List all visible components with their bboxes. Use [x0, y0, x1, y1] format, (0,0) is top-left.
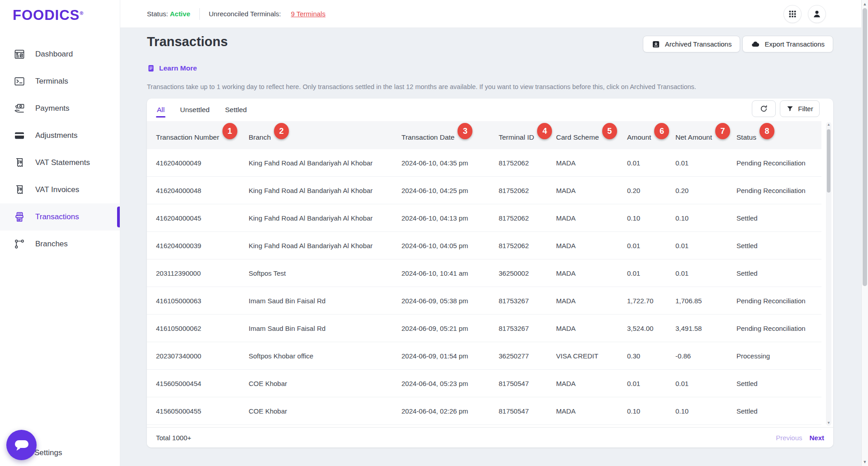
table-row[interactable]: 203112390000Softpos Test2024-06-10, 10:4…: [147, 259, 821, 287]
cell-card-scheme: MADA: [556, 242, 627, 249]
column-header-card-scheme: Card Scheme5: [556, 121, 627, 149]
table-row[interactable]: 416204000048King Fahd Road Al Bandariyah…: [147, 177, 821, 204]
tab-settled[interactable]: Settled: [224, 99, 248, 121]
topbar-divider: [199, 8, 200, 20]
table-row[interactable]: 416105000063Imam Saud Bin Faisal Rd2024-…: [147, 287, 821, 315]
scroll-up-icon[interactable]: ▲: [862, 0, 868, 8]
chat-widget-button[interactable]: [6, 430, 37, 460]
tab-unsettled[interactable]: Unsettled: [179, 99, 210, 121]
table-row[interactable]: 415605000455COE Khobar2024-06-04, 02:26 …: [147, 397, 821, 425]
table-scrollbar-thumb[interactable]: [827, 129, 830, 193]
person-icon: [812, 9, 822, 19]
column-badge-8: 8: [760, 123, 774, 139]
export-transactions-button[interactable]: Export Transactions: [742, 36, 833, 52]
sidebar-item-transactions[interactable]: Transactions: [0, 203, 120, 231]
cell-card-scheme: MADA: [556, 297, 627, 305]
cell-amount: 0.20: [627, 187, 675, 194]
cell-status: Settled: [736, 242, 818, 249]
column-label: Branch: [249, 133, 271, 141]
column-label: Amount: [627, 133, 651, 141]
column-badge-6: 6: [654, 123, 669, 139]
cell-net-amount: 0.01: [675, 242, 736, 249]
column-header-branch: Branch2: [249, 121, 401, 149]
cell-transaction-number: 416105000062: [156, 325, 249, 332]
column-header-net-amount: Net Amount7: [675, 121, 736, 149]
cell-amount: 0.01: [627, 269, 675, 277]
scroll-down-icon[interactable]: ▼: [862, 458, 868, 466]
cell-net-amount: 3,491.58: [675, 325, 736, 332]
cell-amount: 0.01: [627, 159, 675, 167]
page-scrollbar[interactable]: ▲ ▼: [861, 0, 868, 466]
unreconciled-terminals-link[interactable]: 9 Terminals: [291, 10, 326, 18]
archived-transactions-button[interactable]: Archived Transactions: [643, 36, 741, 52]
transactions-card: AllUnsettledSettled Filter Transaction N…: [147, 99, 833, 447]
table-row[interactable]: 415605000454COE Khobar2024-06-04, 05:23 …: [147, 370, 821, 397]
refresh-button[interactable]: [752, 100, 776, 117]
sidebar-item-dashboard[interactable]: Dashboard: [0, 41, 120, 68]
apps-grid-button[interactable]: [783, 5, 802, 23]
cell-amount: 3,524.00: [627, 325, 675, 332]
column-header-terminal-id: Terminal ID4: [499, 121, 556, 149]
next-page-link[interactable]: Next: [809, 434, 824, 442]
cell-amount: 0.30: [627, 352, 675, 360]
user-profile-button[interactable]: [808, 5, 826, 23]
cell-status: Settled: [736, 269, 818, 277]
sidebar-item-label: Terminals: [35, 77, 68, 86]
cell-card-scheme: MADA: [556, 407, 627, 415]
column-label: Card Scheme: [556, 133, 599, 141]
page-scrollbar-thumb[interactable]: [863, 8, 867, 286]
scroll-up-icon[interactable]: ▲: [826, 122, 831, 127]
cell-terminal-id: 81752062: [499, 187, 556, 194]
cell-status: Settled: [736, 407, 818, 415]
topbar: Status:Active Unreconciled Terminals: 9 …: [120, 0, 861, 28]
tabs: AllUnsettledSettled: [156, 99, 248, 121]
table-body: 416204000049King Fahd Road Al Bandariyah…: [147, 149, 821, 425]
cell-net-amount: 0.10: [675, 407, 736, 415]
chat-bubble-icon: [13, 436, 31, 454]
cell-transaction-number: 415605000455: [156, 407, 249, 415]
cell-branch: COE Khobar: [249, 380, 401, 387]
cell-amount: 0.10: [627, 214, 675, 222]
cell-terminal-id: 81750547: [499, 407, 556, 415]
table-row[interactable]: 416204000039King Fahd Road Al Bandariyah…: [147, 232, 821, 259]
learn-more-link[interactable]: Learn More: [147, 64, 197, 72]
column-header-status: Status8: [736, 121, 818, 149]
table-row[interactable]: 202307340000Softpos Khobar office2024-06…: [147, 342, 821, 370]
tab-all[interactable]: All: [156, 99, 165, 121]
foodics-logo[interactable]: FOODICS®: [13, 7, 84, 24]
sidebar-item-label: VAT Invoices: [35, 185, 79, 194]
cell-status: Pending Reconciliation: [736, 187, 818, 194]
filter-button[interactable]: Filter: [780, 100, 820, 117]
cell-net-amount: 0.20: [675, 187, 736, 194]
cell-status: Pending Reconciliation: [736, 297, 818, 305]
receipt-icon: [14, 157, 25, 169]
sidebar-item-label: Dashboard: [35, 50, 73, 59]
cell-amount: 0.01: [627, 380, 675, 387]
sidebar-item-branches[interactable]: Branches: [0, 231, 120, 258]
cell-transaction-date: 2024-06-09, 01:54 pm: [401, 352, 499, 360]
column-badge-7: 7: [715, 123, 730, 139]
scroll-down-icon[interactable]: ▼: [826, 420, 831, 426]
cell-status: Pending Reconciliation: [736, 325, 818, 332]
sidebar-item-vat-statements[interactable]: VAT Statements: [0, 149, 120, 176]
cell-transaction-date: 2024-06-09, 05:21 pm: [401, 325, 499, 332]
cell-terminal-id: 81750547: [499, 380, 556, 387]
sidebar-item-vat-invoices[interactable]: VAT Invoices: [0, 176, 120, 203]
cell-transaction-date: 2024-06-10, 04:05 pm: [401, 242, 499, 249]
sidebar-item-adjustments[interactable]: Adjustments: [0, 122, 120, 149]
cell-net-amount: 0.01: [675, 380, 736, 387]
cell-transaction-date: 2024-06-09, 05:38 pm: [401, 297, 499, 305]
table-row[interactable]: 416204000045King Fahd Road Al Bandariyah…: [147, 204, 821, 232]
cell-transaction-date: 2024-06-10, 04:13 pm: [401, 214, 499, 222]
table-scrollbar[interactable]: ▲ ▼: [826, 122, 831, 426]
funnel-icon: [786, 105, 794, 113]
sidebar-item-terminals[interactable]: Terminals: [0, 68, 120, 95]
sidebar-item-label: Transactions: [35, 212, 79, 221]
table-row[interactable]: 416105000062Imam Saud Bin Faisal Rd2024-…: [147, 315, 821, 342]
table-row[interactable]: 416204000049King Fahd Road Al Bandariyah…: [147, 149, 821, 177]
sidebar-item-payments[interactable]: Payments: [0, 95, 120, 122]
archive-icon: [651, 40, 660, 49]
cell-branch: Imam Saud Bin Faisal Rd: [249, 297, 401, 305]
cell-terminal-id: 81752062: [499, 159, 556, 167]
previous-page-link[interactable]: Previous: [776, 434, 802, 442]
